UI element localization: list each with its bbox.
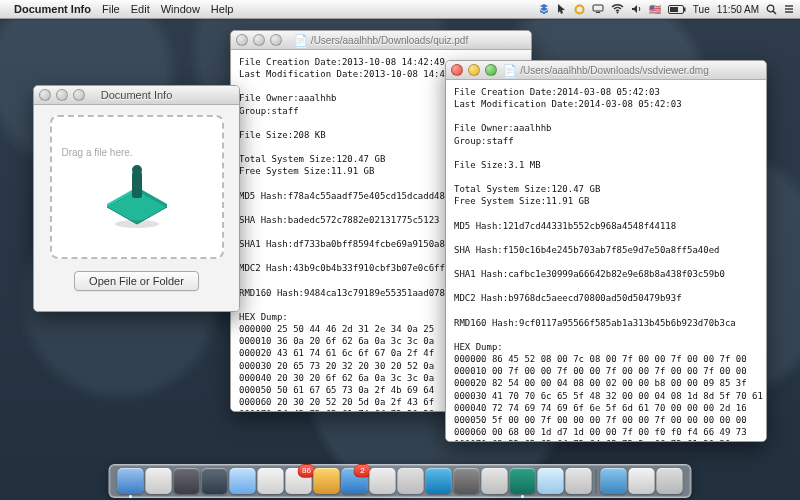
close-button[interactable] (39, 89, 51, 101)
spotlight-icon[interactable] (766, 4, 777, 15)
svg-point-17 (115, 220, 159, 228)
dock-app-icon[interactable] (370, 468, 396, 494)
dock-app-icon[interactable] (426, 468, 452, 494)
window-title: /Users/aaalhhb/Downloads/quiz.pdf (311, 35, 468, 46)
status-flag-icon[interactable]: 🇺🇸 (649, 4, 661, 15)
dock-documents-icon[interactable] (629, 468, 655, 494)
svg-rect-15 (132, 172, 142, 198)
svg-point-0 (575, 5, 583, 13)
status-wifi-icon[interactable] (611, 4, 624, 14)
drop-illustration-icon (92, 162, 182, 232)
open-file-button[interactable]: Open File or Folder (74, 271, 199, 291)
drop-hint: Drag a file here. (62, 147, 133, 158)
notification-center-icon[interactable] (784, 4, 794, 14)
status-display-icon[interactable] (592, 4, 604, 14)
dock-appstore-icon[interactable]: 2 (342, 468, 368, 494)
dock-documentinfo-icon[interactable] (510, 468, 536, 494)
svg-rect-2 (596, 12, 600, 13)
close-button[interactable] (236, 34, 248, 46)
dock-app-icon[interactable] (314, 468, 340, 494)
zoom-button[interactable] (270, 34, 282, 46)
svg-point-16 (132, 165, 142, 175)
minimize-button[interactable] (253, 34, 265, 46)
dock-preview-icon[interactable] (258, 468, 284, 494)
dock-launchpad-icon[interactable] (146, 468, 172, 494)
dock-trash-icon[interactable] (657, 468, 683, 494)
dock-app-icon[interactable] (538, 468, 564, 494)
svg-rect-1 (593, 5, 603, 11)
dock-mail-icon[interactable] (202, 468, 228, 494)
dock-downloads-icon[interactable] (601, 468, 627, 494)
zoom-button[interactable] (485, 64, 497, 76)
drop-zone[interactable]: Drag a file here. (50, 115, 224, 259)
file-info-output: File Creation Date:2014-03-08 05:42:03 L… (446, 80, 766, 441)
dock-app-icon[interactable] (482, 468, 508, 494)
dock-app-icon[interactable] (566, 468, 592, 494)
dock-app-icon[interactable]: 86 (286, 468, 312, 494)
menu-edit[interactable]: Edit (131, 3, 150, 15)
minimize-button[interactable] (468, 64, 480, 76)
desktop: Document Info File Edit Window Help 🇺🇸 T… (0, 0, 800, 500)
dock: 86 2 (109, 464, 692, 498)
zoom-button[interactable] (73, 89, 85, 101)
dock-finder-icon[interactable] (118, 468, 144, 494)
menubar-app-name[interactable]: Document Info (14, 3, 91, 15)
svg-line-8 (773, 11, 776, 14)
svg-rect-6 (670, 7, 678, 12)
window-title: /Users/aaalhhb/Downloads/vsdviewer.dmg (520, 65, 708, 76)
svg-point-7 (767, 5, 774, 12)
menu-window[interactable]: Window (161, 3, 200, 15)
dock-app-icon[interactable] (398, 468, 424, 494)
dock-missioncontrol-icon[interactable] (174, 468, 200, 494)
close-button[interactable] (451, 64, 463, 76)
folder-icon: 📄 (503, 64, 517, 76)
svg-rect-5 (684, 7, 686, 11)
titlebar[interactable]: 📄 /Users/aaalhhb/Downloads/vsdviewer.dmg (446, 61, 766, 80)
minimize-button[interactable] (56, 89, 68, 101)
titlebar[interactable]: 📄 /Users/aaalhhb/Downloads/quiz.pdf (231, 31, 531, 50)
status-cursor-icon[interactable] (557, 3, 567, 15)
dock-safari-icon[interactable] (230, 468, 256, 494)
dock-separator (596, 470, 597, 494)
menubar: Document Info File Edit Window Help 🇺🇸 T… (0, 0, 800, 19)
status-dropbox-icon[interactable] (538, 3, 550, 15)
status-clock-time[interactable]: 11:50 AM (717, 4, 759, 15)
titlebar[interactable]: Document Info (34, 86, 239, 105)
menu-help[interactable]: Help (211, 3, 234, 15)
status-sync-icon[interactable] (574, 4, 585, 15)
window-vsdviewer[interactable]: 📄 /Users/aaalhhb/Downloads/vsdviewer.dmg… (445, 60, 767, 442)
window-document-info[interactable]: Document Info Drag a file here. Open Fil… (33, 85, 240, 312)
status-clock-day[interactable]: Tue (693, 4, 710, 15)
status-volume-icon[interactable] (631, 4, 642, 14)
menu-file[interactable]: File (102, 3, 120, 15)
window-body: Drag a file here. Open File or Folder (34, 105, 239, 311)
status-battery-icon[interactable] (668, 5, 686, 14)
folder-icon: 📄 (294, 34, 308, 46)
svg-point-3 (616, 12, 618, 14)
dock-settings-icon[interactable] (454, 468, 480, 494)
